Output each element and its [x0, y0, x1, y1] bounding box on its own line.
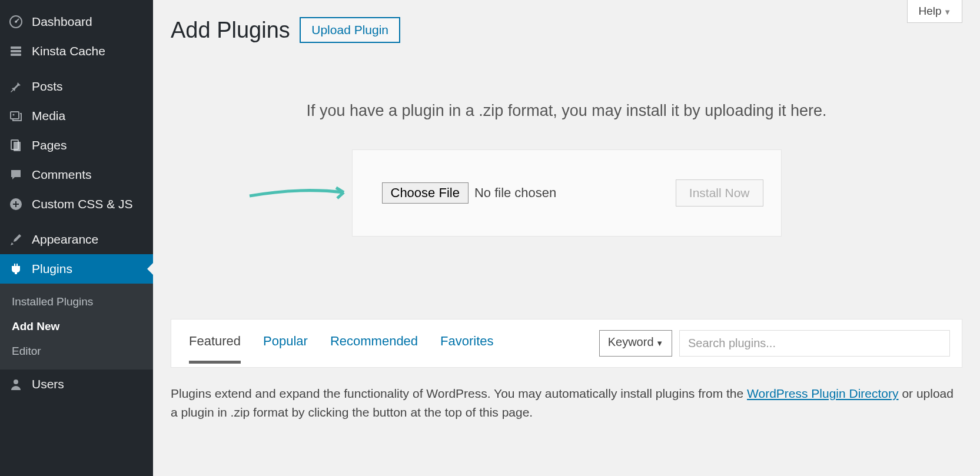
sidebar-item-label: Users: [32, 377, 64, 391]
install-now-button[interactable]: Install Now: [676, 179, 763, 207]
help-tab[interactable]: Help: [907, 0, 962, 23]
plugin-icon: [8, 261, 24, 277]
file-input-group: Choose File No file chosen: [382, 182, 557, 204]
sidebar-item-label: Pages: [32, 138, 67, 152]
comments-icon: [8, 167, 24, 182]
sidebar-item-plugins[interactable]: Plugins: [0, 254, 153, 284]
sidebar-item-label: Comments: [32, 168, 92, 182]
tab-featured[interactable]: Featured: [189, 334, 241, 364]
svg-rect-8: [14, 142, 21, 151]
sidebar-item-posts[interactable]: Posts: [0, 72, 153, 101]
svg-rect-2: [11, 46, 21, 49]
dashboard-icon: [8, 14, 24, 29]
svg-point-6: [13, 114, 15, 116]
upload-box: Choose File No file chosen Install Now: [352, 149, 782, 237]
sidebar-item-media[interactable]: Media: [0, 101, 153, 131]
search-type-select[interactable]: Keyword: [599, 330, 672, 357]
sidebar-item-label: Custom CSS & JS: [32, 197, 133, 211]
users-icon: [8, 377, 24, 392]
choose-file-button[interactable]: Choose File: [382, 182, 469, 204]
sidebar-item-label: Dashboard: [32, 15, 92, 29]
sidebar-item-custom-css-js[interactable]: Custom CSS & JS: [0, 189, 153, 219]
tab-popular[interactable]: Popular: [263, 334, 308, 364]
tab-recommended[interactable]: Recommended: [330, 334, 418, 364]
search-plugins-input[interactable]: [679, 330, 950, 357]
pin-icon: [8, 79, 24, 94]
sidebar-item-label: Plugins: [32, 262, 72, 276]
sidebar-item-comments[interactable]: Comments: [0, 160, 153, 189]
main-content: Help Add Plugins Upload Plugin If you ha…: [153, 0, 980, 476]
upload-help-text: If you have a plugin in a .zip format, y…: [171, 102, 962, 120]
brush-icon: [8, 232, 24, 247]
filter-tabs: Featured Popular Recommended Favorites: [189, 334, 494, 364]
plugins-description: Plugins extend and expand the functional…: [171, 384, 962, 421]
page-title: Add Plugins: [171, 0, 290, 43]
svg-point-1: [15, 21, 17, 23]
sidebar-item-label: Kinsta Cache: [32, 44, 105, 58]
submenu-installed-plugins[interactable]: Installed Plugins: [0, 289, 153, 314]
cache-icon: [8, 44, 24, 59]
sidebar-item-kinsta-cache[interactable]: Kinsta Cache: [0, 36, 153, 66]
plugins-submenu: Installed Plugins Add New Editor: [0, 284, 153, 370]
sidebar-item-appearance[interactable]: Appearance: [0, 225, 153, 254]
svg-rect-5: [11, 112, 19, 119]
submenu-editor[interactable]: Editor: [0, 339, 153, 364]
plugin-directory-link[interactable]: WordPress Plugin Directory: [747, 387, 899, 400]
admin-sidebar: Dashboard Kinsta Cache Posts Media Pages…: [0, 0, 153, 476]
sidebar-item-users[interactable]: Users: [0, 370, 153, 399]
sidebar-item-dashboard[interactable]: Dashboard: [0, 7, 153, 36]
pages-icon: [8, 138, 24, 153]
plus-circle-icon: [8, 197, 24, 212]
sidebar-item-label: Media: [32, 109, 65, 123]
sidebar-item-label: Appearance: [32, 232, 98, 247]
svg-rect-4: [11, 54, 21, 56]
svg-rect-3: [11, 50, 21, 52]
arrow-annotation-icon: [247, 184, 353, 202]
upload-plugin-button[interactable]: Upload Plugin: [300, 17, 400, 43]
filter-bar: Featured Popular Recommended Favorites K…: [171, 319, 962, 368]
file-chosen-label: No file chosen: [474, 185, 556, 201]
media-icon: [8, 108, 24, 124]
sidebar-item-label: Posts: [32, 79, 63, 94]
desc-text-pre: Plugins extend and expand the functional…: [171, 387, 747, 400]
tab-favorites[interactable]: Favorites: [440, 334, 493, 364]
sidebar-item-pages[interactable]: Pages: [0, 131, 153, 160]
svg-point-10: [14, 380, 18, 384]
search-area: Keyword: [599, 330, 950, 357]
submenu-add-new[interactable]: Add New: [0, 314, 153, 339]
